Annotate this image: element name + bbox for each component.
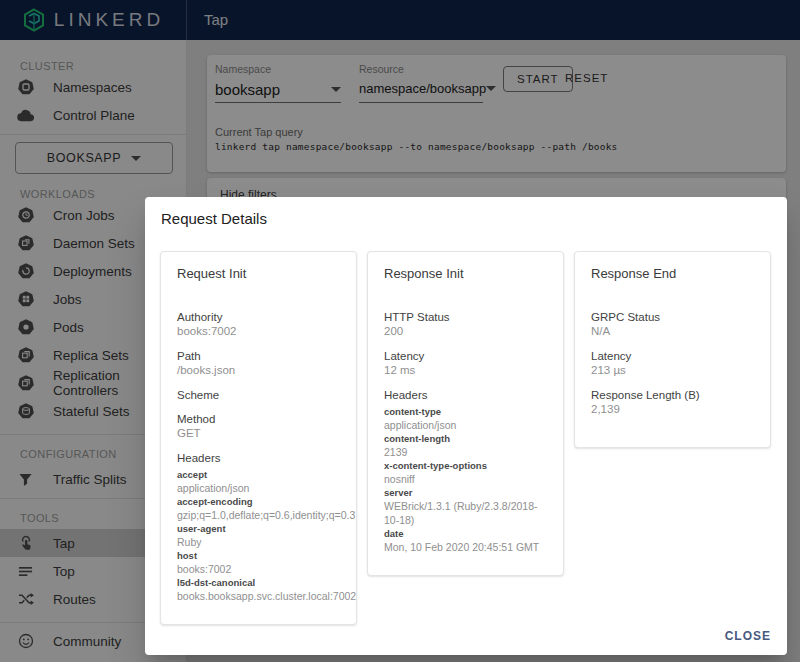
header-row: content-length 2139: [384, 433, 547, 459]
detail-cards: Request Init Authority books:7002 Path /…: [160, 251, 772, 625]
response-init-card: Response Init HTTP Status 200 Latency 12…: [367, 251, 564, 576]
header-row: user-agent Ruby: [177, 523, 340, 549]
header-row: server WEBrick/1.3.1 (Ruby/2.3.8/2018-10…: [384, 487, 547, 527]
field-latency: Latency 12 ms: [384, 349, 547, 378]
headers-label: Headers: [177, 451, 340, 465]
field-scheme: Scheme: [177, 388, 340, 402]
field-http-status: HTTP Status 200: [384, 310, 547, 339]
card-title: Response End: [591, 266, 754, 281]
field-response-length: Response Length (B) 2,139: [591, 388, 754, 417]
field-path: Path /books.json: [177, 349, 340, 378]
card-title: Request Init: [177, 266, 340, 281]
response-end-card: Response End GRPC Status N/A Latency 213…: [574, 251, 771, 448]
close-button[interactable]: CLOSE: [725, 629, 771, 643]
header-row: l5d-dst-canonical books.booksapp.svc.clu…: [177, 577, 340, 603]
field-authority: Authority books:7002: [177, 310, 340, 339]
card-title: Response Init: [384, 266, 547, 281]
header-row: date Mon, 10 Feb 2020 20:45:51 GMT: [384, 528, 547, 554]
headers-label: Headers: [384, 388, 547, 402]
header-row: x-content-type-options nosniff: [384, 460, 547, 486]
header-row: accept-encoding gzip;q=1.0,deflate;q=0.6…: [177, 496, 340, 522]
field-method: Method GET: [177, 412, 340, 441]
header-row: accept application/json: [177, 469, 340, 495]
header-row: content-type application/json: [384, 406, 547, 432]
modal-title: Request Details: [161, 210, 267, 227]
field-latency: Latency 213 µs: [591, 349, 754, 378]
header-row: host books:7002: [177, 550, 340, 576]
field-grpc-status: GRPC Status N/A: [591, 310, 754, 339]
request-init-card: Request Init Authority books:7002 Path /…: [160, 251, 357, 625]
request-details-modal: Request Details Request Init Authority b…: [145, 197, 787, 655]
